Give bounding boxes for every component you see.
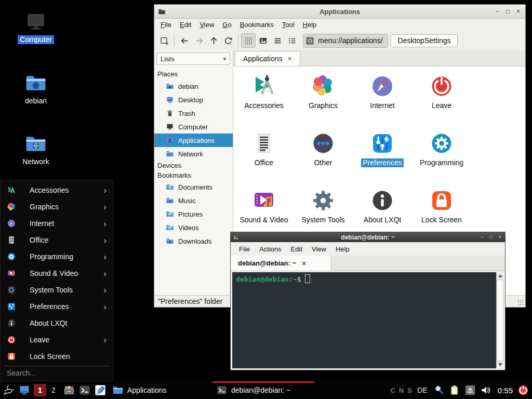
menu-item-lock-screen[interactable]: Lock Screen bbox=[1, 348, 113, 365]
menu-item-internet[interactable]: Internet › bbox=[1, 215, 113, 232]
sidebar-item-trash[interactable]: Trash bbox=[156, 107, 233, 120]
minimize-button[interactable]: − bbox=[496, 8, 499, 15]
menu-tool[interactable]: Tool bbox=[278, 20, 299, 30]
desktop-icon-debian[interactable]: debian bbox=[16, 72, 56, 105]
sidebar-item-music[interactable]: Music bbox=[156, 194, 233, 207]
menu-edit[interactable]: Edit bbox=[176, 20, 195, 30]
scrollbar-thumb[interactable] bbox=[497, 280, 503, 361]
keyboard-layout-indicator[interactable]: DE bbox=[417, 386, 427, 394]
volume-icon[interactable] bbox=[480, 384, 491, 396]
menu-item-office[interactable]: Office › bbox=[1, 232, 113, 248]
sidebar-item-videos[interactable]: Videos bbox=[156, 221, 233, 234]
tab-close-icon[interactable]: × bbox=[288, 55, 292, 63]
menu-edit[interactable]: Edit bbox=[286, 244, 307, 254]
system-tools-icon bbox=[7, 285, 16, 295]
fm-titlebar[interactable]: Applications − □ × bbox=[154, 5, 525, 19]
clipboard-manager-icon[interactable] bbox=[449, 384, 460, 396]
app-category-internet[interactable]: Internet bbox=[353, 70, 412, 127]
scroll-down-arrow-icon[interactable] bbox=[498, 363, 502, 366]
resize-grip[interactable] bbox=[517, 299, 524, 306]
quicklaunch-text-editor[interactable] bbox=[94, 384, 107, 396]
detailed-view-button[interactable] bbox=[285, 33, 299, 48]
num-lock-indicator: N bbox=[399, 387, 404, 394]
reload-button[interactable] bbox=[221, 33, 235, 48]
sidebar-mode-combo[interactable]: Lists ▾ bbox=[156, 52, 230, 65]
desktop-icon-network[interactable]: Network bbox=[16, 132, 56, 166]
menu-search-input[interactable] bbox=[6, 368, 108, 378]
menu-help[interactable]: Help bbox=[331, 244, 354, 254]
menu-item-accessories[interactable]: Accessories › bbox=[1, 182, 113, 198]
main-menu-button[interactable] bbox=[3, 384, 15, 396]
close-button[interactable]: × bbox=[498, 234, 501, 240]
menu-item-graphics[interactable]: Graphics › bbox=[1, 198, 113, 215]
menu-item-leave[interactable]: Leave › bbox=[1, 331, 113, 348]
icon-view-button[interactable] bbox=[241, 33, 256, 48]
minimize-button[interactable]: − bbox=[481, 234, 484, 240]
taskbar-task-terminal[interactable]: debian@debian: ~ bbox=[212, 381, 314, 399]
menu-item-about-lxqt[interactable]: About LXQt bbox=[1, 315, 113, 331]
new-tab-button[interactable] bbox=[157, 33, 171, 48]
maximize-button[interactable]: □ bbox=[489, 234, 493, 240]
menu-go[interactable]: Go bbox=[218, 20, 235, 30]
sidebar-item-desktop[interactable]: Desktop bbox=[156, 93, 233, 107]
terminal-titlebar[interactable]: debian@debian: ~ − □ × bbox=[231, 232, 505, 242]
menu-help[interactable]: Help bbox=[299, 20, 321, 30]
desktop-settings-button[interactable]: DesktopSettings bbox=[391, 34, 458, 47]
menu-file[interactable]: File bbox=[234, 244, 255, 254]
menu-file[interactable]: File bbox=[156, 20, 176, 30]
graphics-icon bbox=[7, 202, 16, 211]
terminal-icon bbox=[216, 384, 228, 396]
thumbnail-view-button[interactable] bbox=[256, 33, 270, 48]
terminal-scrollbar[interactable] bbox=[496, 272, 503, 368]
maximize-button[interactable]: □ bbox=[506, 8, 510, 15]
path-bar[interactable]: menu://applications/ bbox=[303, 34, 388, 48]
taskbar: 1 2 Applications debian@debian: ~ C N S … bbox=[0, 381, 532, 399]
fm-toolbar: menu://applications/ DesktopSettings bbox=[154, 31, 525, 51]
sidebar-item-downloads[interactable]: Downloads bbox=[156, 234, 233, 248]
terminal-tab[interactable]: debian@debian: ~ × bbox=[231, 256, 331, 271]
app-category-preferences[interactable]: Preferences bbox=[353, 127, 412, 184]
sidebar-item-applications[interactable]: Applications bbox=[154, 134, 233, 147]
scroll-up-arrow-icon[interactable] bbox=[498, 274, 502, 277]
show-desktop-button[interactable] bbox=[18, 384, 31, 396]
menu-item-system-tools[interactable]: System Tools › bbox=[1, 282, 113, 298]
sidebar-item-computer[interactable]: Computer bbox=[156, 120, 233, 134]
taskbar-task-applications[interactable]: Applications bbox=[109, 381, 212, 399]
close-button[interactable]: × bbox=[516, 8, 520, 15]
removable-media-eject-icon[interactable] bbox=[464, 384, 476, 396]
compact-view-button[interactable] bbox=[270, 33, 285, 48]
screenshot-tool-icon[interactable] bbox=[433, 384, 445, 396]
sidebar-item-documents[interactable]: Documents bbox=[156, 180, 233, 194]
menu-bookmarks[interactable]: Bookmarks bbox=[236, 20, 278, 30]
app-category-accessories[interactable]: Accessories bbox=[234, 70, 294, 127]
workspace-1-button[interactable]: 1 bbox=[34, 384, 46, 396]
menu-item-preferences[interactable]: Preferences › bbox=[1, 298, 113, 315]
menu-view[interactable]: View bbox=[195, 20, 218, 30]
app-category-office[interactable]: Office bbox=[234, 127, 294, 184]
accessories-icon bbox=[7, 185, 16, 195]
app-category-graphics[interactable]: Graphics bbox=[294, 70, 353, 127]
menu-item-sound-video[interactable]: Sound & Video › bbox=[1, 265, 113, 282]
workspace-2-button[interactable]: 2 bbox=[47, 384, 60, 396]
sidebar-item-pictures[interactable]: Pictures bbox=[156, 207, 233, 221]
power-button[interactable] bbox=[517, 384, 529, 396]
up-button[interactable] bbox=[206, 33, 221, 48]
app-category-other[interactable]: Other bbox=[294, 127, 353, 184]
tab-close-icon[interactable]: × bbox=[302, 259, 306, 268]
terminal-screen[interactable]: debian@debian:~$ bbox=[232, 272, 496, 368]
clock[interactable]: 0:55 bbox=[498, 386, 513, 395]
menu-item-programming[interactable]: Programming › bbox=[1, 248, 113, 265]
quicklaunch-file-manager[interactable] bbox=[63, 384, 75, 396]
preferences-icon bbox=[370, 131, 395, 156]
sidebar-item-network[interactable]: Network bbox=[156, 147, 233, 161]
app-category-leave[interactable]: Leave bbox=[412, 70, 471, 127]
menu-actions[interactable]: Actions bbox=[255, 244, 286, 254]
desktop-icon-computer[interactable]: Computer bbox=[16, 10, 56, 44]
sidebar-item-debian[interactable]: debian bbox=[156, 79, 233, 93]
menu-view[interactable]: View bbox=[307, 244, 331, 254]
back-button[interactable] bbox=[177, 33, 192, 48]
app-category-programming[interactable]: Programming bbox=[412, 127, 471, 184]
quicklaunch-terminal[interactable] bbox=[78, 384, 91, 396]
caps-lock-indicator: C bbox=[390, 387, 395, 394]
tab-applications[interactable]: Applications × bbox=[235, 51, 300, 66]
